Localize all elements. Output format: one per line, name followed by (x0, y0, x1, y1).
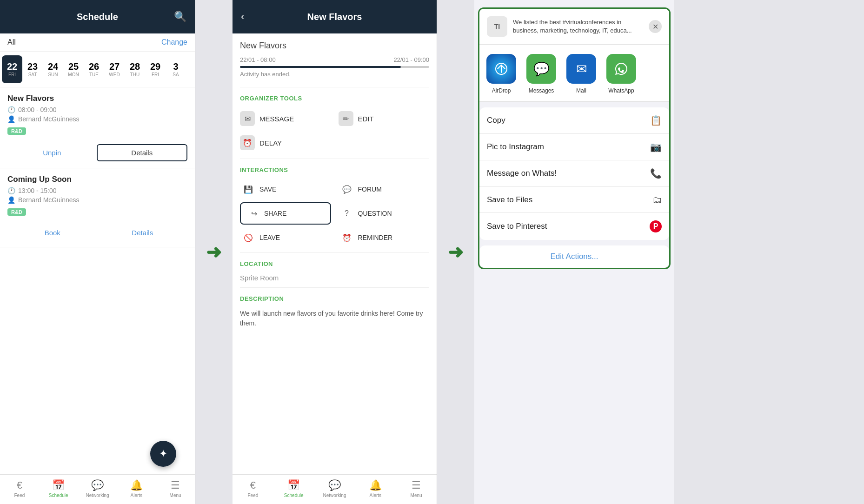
share-copy[interactable]: Copy 📋 (479, 107, 669, 134)
nav-feed[interactable]: € Feed (0, 478, 39, 498)
schedule-bottom-nav: € Feed 📅 Schedule 💬 Networking 🔔 Alerts … (0, 474, 195, 504)
nav-menu-2[interactable]: ☰ Menu (396, 478, 437, 498)
nav-schedule-2[interactable]: 📅 Schedule (273, 478, 314, 498)
messages-icon: 💬 (526, 54, 556, 84)
nav-feed-2[interactable]: € Feed (233, 478, 273, 498)
share-panel: TI We listed the best #virtualconference… (474, 0, 674, 504)
instagram-label: Pic to Instagram (487, 142, 544, 152)
date-item-3[interactable]: 3 SA (166, 55, 186, 83)
share-app-messages[interactable]: 💬 Messages (525, 54, 558, 94)
share-app-airdrop[interactable]: AirDrop (485, 54, 518, 94)
save-icon: 💾 (242, 183, 255, 196)
description-label: DESCRIPTION (240, 295, 429, 302)
details-button-2[interactable]: Details (98, 225, 188, 240)
share-save-files[interactable]: Save to Files 🗂 (479, 187, 669, 213)
alerts-icon-2: 🔔 (369, 479, 382, 491)
schedule-panel: Schedule 🔍 All Change 22 FRI 23 SAT 24 S… (0, 0, 195, 504)
activity-ended: Activity has ended. (240, 71, 429, 78)
date-item-27[interactable]: 27 WED (104, 55, 125, 83)
schedule-content-wrap: New Flavors 🕐 08:00 - 09:00 👤 Bernard Mc… (0, 87, 195, 504)
right-arrow-icon: ➜ (206, 241, 222, 263)
detail-content: New Flavors 22/01 - 08:00 22/01 - 09:00 … (233, 33, 437, 474)
share-list: Copy 📋 Pic to Instagram 📷 Message on Wha… (479, 107, 669, 240)
location-text: Sprite Room (240, 274, 429, 282)
share-app-whatsapp[interactable]: WhatsApp (605, 54, 638, 94)
session-title: New Flavors (7, 94, 187, 103)
divider-2 (240, 159, 429, 159)
event-title: New Flavors (240, 41, 429, 51)
book-button[interactable]: Book (7, 225, 98, 240)
close-button[interactable]: ✕ (649, 20, 662, 33)
share-preview-text: We listed the best #virtualconferences i… (513, 18, 643, 35)
nav-alerts[interactable]: 🔔 Alerts (117, 478, 156, 498)
session-badge-2: R&D (7, 208, 26, 216)
schedule-icon: 📅 (52, 479, 65, 491)
clock-icon-2: 🕐 (7, 187, 15, 194)
feed-icon: € (17, 479, 22, 491)
arrow-1: ➜ (195, 0, 233, 504)
interact-save[interactable]: 💾 SAVE (240, 180, 331, 199)
nav-networking[interactable]: 💬 Networking (78, 478, 117, 498)
save-files-icon: 🗂 (652, 194, 662, 205)
progress-fill (240, 66, 401, 68)
divider-1 (240, 87, 429, 87)
delay-tool-icon: ⏰ (240, 135, 255, 150)
networking-icon: 💬 (91, 479, 104, 491)
filter-row: All Change (0, 33, 195, 52)
search-icon[interactable]: 🔍 (174, 11, 186, 23)
copy-label: Copy (487, 116, 505, 125)
whatsapp-msg-icon: 📞 (650, 168, 662, 179)
tool-delay[interactable]: ⏰ DELAY (240, 133, 331, 153)
person-icon: 👤 (7, 115, 15, 123)
schedule-icon-2: 📅 (287, 479, 300, 491)
clock-icon: 🕐 (7, 106, 15, 113)
divider-4 (240, 287, 429, 288)
edit-actions-button[interactable]: Edit Actions... (479, 245, 669, 268)
share-app-mail[interactable]: ✉ Mail (565, 54, 598, 94)
share-apps-row: AirDrop 💬 Messages ✉ Mail WhatsApp (479, 45, 669, 102)
session-coming-soon: Coming Up Soon 🕐 13:00 - 15:00 👤 Bernard… (0, 168, 195, 247)
change-button[interactable]: Change (161, 38, 187, 46)
interact-reminder[interactable]: ⏰ REMINDER (339, 228, 430, 247)
nav-schedule[interactable]: 📅 Schedule (39, 478, 78, 498)
date-item-23[interactable]: 23 SAT (22, 55, 43, 83)
details-button[interactable]: Details (97, 144, 188, 161)
copy-icon: 📋 (650, 115, 662, 126)
whatsapp-label: WhatsApp (608, 87, 634, 94)
interactions-grid: 💾 SAVE 💬 FORUM ↪ SHARE ? QUESTION 🚫 LEAV… (240, 180, 429, 247)
nav-alerts-2[interactable]: 🔔 Alerts (355, 478, 396, 498)
share-pinterest[interactable]: Save to Pinterest P (479, 213, 669, 240)
tools-grid: ✉ MESSAGE ✏ EDIT ⏰ DELAY (240, 108, 429, 153)
date-item-25[interactable]: 25 MON (63, 55, 84, 83)
back-button[interactable]: ‹ (241, 11, 244, 23)
tool-message[interactable]: ✉ MESSAGE (240, 108, 331, 129)
right-arrow-icon-2: ➜ (448, 241, 464, 263)
interact-share[interactable]: ↪ SHARE (240, 202, 331, 225)
share-whatsapp-msg[interactable]: Message on Whats! 📞 (479, 160, 669, 187)
date-item-24[interactable]: 24 SUN (43, 55, 63, 83)
session-time: 🕐 08:00 - 09:00 (7, 106, 187, 113)
tool-edit[interactable]: ✏ EDIT (339, 108, 430, 129)
leave-icon: 🚫 (242, 231, 255, 244)
date-item-22[interactable]: 22 FRI (2, 55, 22, 83)
description-text: We will launch new flavors of you favori… (240, 309, 429, 328)
pinterest-label: Save to Pinterest (487, 222, 547, 231)
session-actions: Unpin Details (7, 144, 187, 161)
feed-icon-2: € (250, 479, 256, 491)
nav-menu[interactable]: ☰ Menu (156, 478, 195, 498)
date-item-26[interactable]: 26 TUE (84, 55, 104, 83)
unpin-button[interactable]: Unpin (7, 144, 97, 161)
interact-forum[interactable]: 💬 FORUM (339, 180, 430, 199)
session-actions-2: Book Details (7, 225, 187, 240)
session-time-2: 🕐 13:00 - 15:00 (7, 187, 187, 194)
nav-networking-2[interactable]: 💬 Networking (314, 478, 355, 498)
alerts-icon: 🔔 (130, 479, 143, 491)
date-item-29[interactable]: 29 FRI (145, 55, 166, 83)
fab-button[interactable]: ✦ (150, 441, 176, 467)
date-item-28[interactable]: 28 THU (125, 55, 145, 83)
interact-question[interactable]: ? QUESTION (339, 202, 430, 225)
divider-3 (240, 252, 429, 253)
session-speaker: 👤 Bernard McGuinness (7, 115, 187, 123)
share-instagram[interactable]: Pic to Instagram 📷 (479, 134, 669, 160)
interact-leave[interactable]: 🚫 LEAVE (240, 228, 331, 247)
